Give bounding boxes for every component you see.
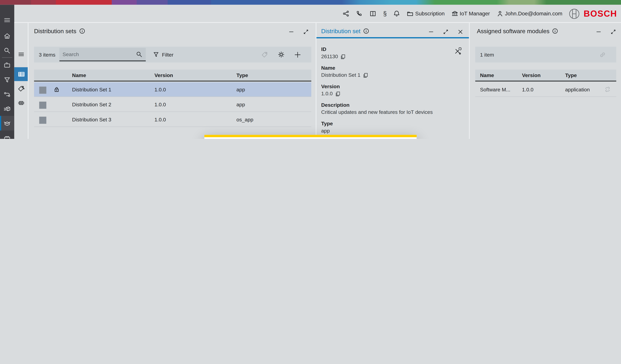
- items-count: 3 items: [39, 52, 55, 57]
- iot-manager-menu[interactable]: IoT Manager: [451, 10, 490, 17]
- column-version: Version: [522, 72, 540, 78]
- subnav-chip-icon[interactable]: [14, 96, 28, 110]
- app-label: IoT Manager: [460, 11, 490, 16]
- copy-icon[interactable]: [335, 91, 340, 96]
- field-id: ID 261130: [321, 46, 345, 60]
- row-handle[interactable]: [39, 117, 46, 124]
- search-field[interactable]: [59, 51, 136, 57]
- field-name: Name Distribution Set 1: [321, 65, 368, 78]
- devices-folder-icon[interactable]: [0, 58, 14, 72]
- bell-icon[interactable]: [393, 10, 400, 17]
- software-shipping-icon[interactable]: [0, 102, 14, 116]
- copy-icon[interactable]: [340, 54, 345, 59]
- subscription-menu[interactable]: Subscription: [407, 10, 445, 17]
- cell-name: Distribution Set 1: [72, 87, 111, 93]
- field-label: Type: [321, 121, 333, 127]
- row-handle[interactable]: [39, 87, 46, 94]
- cell-version: 1.0.0: [155, 117, 166, 123]
- close-icon[interactable]: [457, 29, 463, 35]
- bosch-supergraphic: [0, 0, 621, 5]
- subnav-distribution-table-icon[interactable]: [14, 67, 28, 81]
- filter-label: Filter: [162, 52, 173, 57]
- filter-nav-icon[interactable]: [0, 72, 14, 87]
- panel2-window-controls: [428, 29, 463, 35]
- subnav-menu-icon[interactable]: [14, 47, 28, 61]
- delete-confirmation-dialog: Delete distribution set? This action wil…: [204, 135, 417, 139]
- detail-title: Distribution set: [321, 28, 361, 34]
- header-separator: [14, 22, 621, 23]
- book-icon[interactable]: [370, 10, 377, 17]
- filter-button[interactable]: Filter: [153, 51, 173, 58]
- primary-sidebar: [0, 5, 14, 139]
- table-row[interactable]: Distribution Set 1 1.0.0 app: [34, 82, 311, 97]
- gear-icon[interactable]: [277, 51, 285, 58]
- field-value: Distribution Set 1: [321, 72, 361, 78]
- cell-version: 1.0.0: [522, 87, 534, 93]
- search-input[interactable]: [59, 48, 146, 61]
- field-value: Critical updates and new features for Io…: [321, 109, 433, 115]
- minimize-icon[interactable]: [596, 29, 602, 35]
- table-row[interactable]: Distribution Set 2 1.0.0 app: [34, 97, 311, 112]
- link-icon[interactable]: [599, 51, 606, 58]
- table-row[interactable]: Distribution Set 3 1.0.0 os_app: [34, 112, 311, 127]
- info-icon[interactable]: [79, 28, 85, 34]
- distribution-sets-nav-icon[interactable]: [0, 116, 14, 130]
- expand-icon[interactable]: [610, 29, 616, 35]
- search-icon[interactable]: [136, 51, 143, 58]
- bank-icon: [451, 10, 458, 17]
- dialog-header: Delete distribution set?: [204, 137, 417, 139]
- table-header: Name Version Type: [475, 70, 616, 81]
- distribution-sets-toolbar: 3 items Filter: [34, 47, 311, 63]
- row-handle[interactable]: [39, 102, 46, 109]
- field-label: Name: [321, 65, 368, 71]
- cell-type: app: [237, 87, 245, 93]
- items-count: 1 item: [480, 52, 494, 57]
- info-icon[interactable]: [552, 28, 558, 34]
- phone-icon[interactable]: [356, 10, 363, 17]
- minimize-icon[interactable]: [288, 29, 294, 35]
- table-header: Name Version Type: [34, 70, 311, 81]
- field-label: Version: [321, 83, 340, 90]
- unlink-icon[interactable]: [604, 86, 611, 93]
- modules-brick-icon[interactable]: [0, 130, 14, 139]
- field-type: Type app: [321, 121, 333, 134]
- field-version: Version 1.0.0: [321, 83, 340, 97]
- tools-icon[interactable]: [454, 47, 461, 55]
- rollouts-route-icon[interactable]: [0, 87, 14, 102]
- lock-icon: [53, 86, 60, 93]
- expand-icon[interactable]: [443, 29, 449, 35]
- cell-type: os_app: [237, 117, 253, 123]
- table-row[interactable]: Software M... 1.0.0 application: [475, 82, 616, 97]
- copy-icon[interactable]: [363, 73, 368, 78]
- paragraph-icon[interactable]: §: [383, 10, 387, 17]
- assigned-title: Assigned software modules: [477, 28, 550, 34]
- share-icon[interactable]: [343, 10, 350, 17]
- field-label: Description: [321, 102, 433, 109]
- field-value: 1.0.0: [321, 91, 333, 97]
- folder-icon: [407, 10, 414, 17]
- cell-version: 1.0.0: [155, 87, 166, 93]
- panel-title-distribution-sets: Distribution sets: [34, 28, 85, 34]
- app-window: § Subscription IoT Manager John: [0, 0, 621, 139]
- subscription-label: Subscription: [415, 11, 445, 16]
- column-type: Type: [565, 72, 577, 78]
- panel3-window-controls: [596, 29, 616, 35]
- assigned-modules-toolbar: 1 item: [475, 47, 616, 63]
- header-actions: § Subscription IoT Manager John: [343, 5, 562, 22]
- tag-icon[interactable]: [261, 51, 268, 58]
- subnav-tag-icon[interactable]: [14, 81, 28, 95]
- info-icon[interactable]: [363, 28, 369, 34]
- person-icon: [497, 10, 503, 17]
- user-menu[interactable]: John.Doe@domain.com: [497, 10, 562, 17]
- panel-separator-2: [469, 22, 470, 139]
- secondary-sidebar: [14, 22, 28, 139]
- add-distribution-set-icon[interactable]: [294, 51, 301, 58]
- top-header: § Subscription IoT Manager John: [0, 5, 621, 22]
- minimize-icon[interactable]: [428, 29, 434, 35]
- search-nav-icon[interactable]: [0, 43, 14, 58]
- cell-name: Software M...: [480, 87, 510, 93]
- field-value: app: [321, 128, 330, 134]
- expand-icon[interactable]: [303, 29, 309, 35]
- sidebar-menu-icon[interactable]: [0, 13, 14, 27]
- home-icon[interactable]: [0, 29, 14, 43]
